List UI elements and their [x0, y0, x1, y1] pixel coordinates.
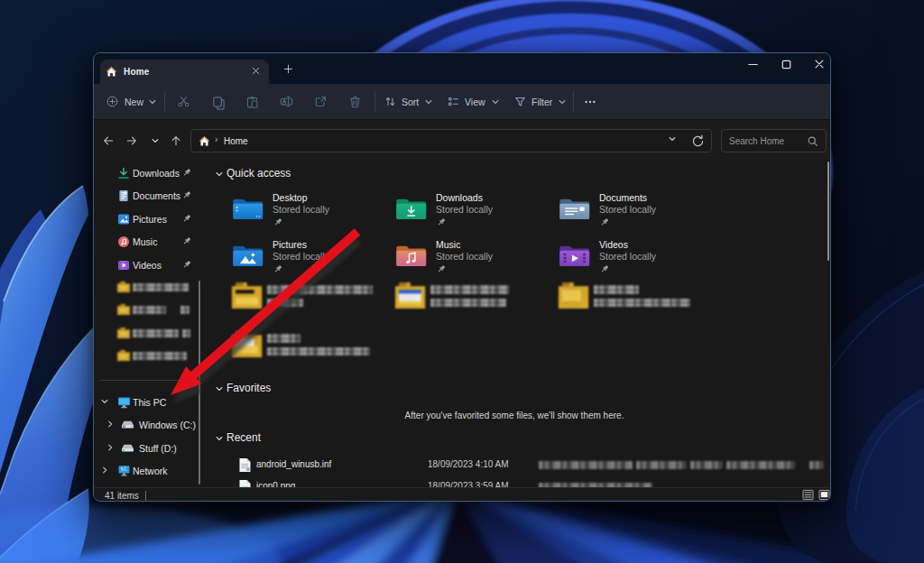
tab-close-icon[interactable]	[251, 66, 260, 75]
details-view-icon[interactable]	[802, 489, 814, 501]
sidebar-item-documents[interactable]: Documents	[94, 184, 207, 207]
chevron-right-icon[interactable]	[106, 443, 115, 452]
section-quick-access[interactable]: Quick access	[207, 166, 423, 182]
tab-home[interactable]: Home	[100, 60, 269, 84]
sort-label: Sort	[402, 97, 419, 107]
quick-access-tile-music[interactable]: MusicStored locally	[395, 242, 553, 278]
quick-access-tile-folder-9[interactable]	[232, 331, 390, 367]
quick-access-tile-downloads[interactable]: DownloadsStored locally	[395, 195, 553, 231]
paste-button[interactable]	[245, 84, 259, 119]
close-button[interactable]	[804, 53, 831, 75]
sidebar-item-label: Stuff (D:)	[139, 443, 177, 454]
cut-button[interactable]	[177, 84, 190, 119]
share-icon	[314, 95, 328, 108]
downloads-icon	[117, 167, 130, 180]
quick-access-tile-folder-8[interactable]	[559, 282, 716, 318]
quick-access-tile-pictures[interactable]: PicturesStored locally	[232, 242, 390, 278]
copy-button[interactable]	[211, 84, 225, 119]
thumbnails-view-icon[interactable]	[818, 489, 830, 501]
redacted-label	[133, 283, 189, 291]
this-pc-icon	[117, 396, 130, 409]
sidebar-item-pictures[interactable]: Pictures	[94, 208, 207, 230]
sidebar-item-label: Windows (C:)	[139, 420, 196, 430]
redacted-label	[180, 306, 189, 314]
view-button[interactable]: View	[448, 84, 500, 119]
content-scrollbar[interactable]	[827, 162, 829, 261]
up-button[interactable]	[167, 132, 185, 150]
redacted-name	[430, 285, 509, 294]
sidebar-item-label: Pictures	[133, 214, 167, 225]
section-favorites[interactable]: Favorites	[207, 381, 423, 397]
quick-access-tile-documents[interactable]: DocumentsStored locally	[559, 195, 716, 231]
sidebar-item-folder-7[interactable]	[94, 322, 207, 345]
music-icon	[117, 235, 130, 248]
chevron-right-icon[interactable]	[100, 466, 109, 475]
statusbar-separator	[145, 491, 146, 501]
redacted-path	[809, 461, 824, 469]
new-button[interactable]: New	[106, 84, 157, 119]
pin-icon	[600, 217, 610, 227]
tile-name: Pictures	[273, 239, 307, 250]
maximize-button[interactable]	[771, 53, 801, 75]
folder-blur-icon	[117, 304, 130, 317]
videos-icon	[117, 259, 130, 272]
refresh-icon[interactable]	[691, 134, 706, 149]
sidebar-item-label: Music	[133, 236, 157, 247]
quick-access-tile-desktop[interactable]: DesktopStored locally	[232, 195, 390, 231]
sidebar-item-stuff-d-[interactable]: Stuff (D:)	[94, 437, 207, 459]
redacted-subtitle	[430, 299, 506, 307]
quick-access-tile-folder-6[interactable]	[232, 282, 390, 318]
new-tab-button[interactable]	[283, 64, 293, 74]
filter-button[interactable]: Filter	[514, 84, 567, 119]
recent-locations-chevron[interactable]	[146, 132, 164, 150]
sidebar-item-folder-6[interactable]	[94, 299, 207, 321]
navigation-pane: DownloadsDocumentsPicturesMusicVideosThi…	[94, 161, 207, 487]
share-button[interactable]	[314, 84, 328, 119]
pin-icon	[437, 217, 447, 227]
sidebar-scrollbar[interactable]	[199, 281, 200, 485]
address-dropdown-icon[interactable]	[668, 134, 680, 147]
sidebar-item-windows-c-[interactable]: Windows (C:)	[94, 413, 207, 436]
section-recent[interactable]: Recent	[207, 430, 423, 447]
chevron-down-icon[interactable]	[100, 397, 109, 406]
folder-open-blue-icon	[395, 282, 429, 309]
chevron-right-icon[interactable]	[106, 420, 115, 429]
folder-desktop-icon	[232, 195, 265, 221]
pin-icon	[600, 264, 610, 274]
see-more-button[interactable]	[584, 84, 596, 119]
sidebar-item-folder-8[interactable]	[94, 345, 207, 367]
favorites-empty-message: After you've favorited some files, we'll…	[405, 411, 624, 420]
sidebar-item-folder-5[interactable]	[94, 276, 207, 299]
address-bar[interactable]: › Home	[190, 129, 712, 152]
forward-button[interactable]	[123, 132, 141, 150]
folder-videos-icon	[559, 242, 592, 268]
sidebar-item-music[interactable]: Music	[94, 230, 207, 253]
search-placeholder: Search Home	[729, 136, 784, 146]
back-button[interactable]	[99, 132, 117, 150]
see-more-icon	[584, 96, 596, 108]
breadcrumb-home[interactable]: Home	[224, 136, 248, 146]
tile-subtitle: Stored locally	[436, 204, 493, 215]
new-icon	[106, 96, 118, 107]
window-body: DownloadsDocumentsPicturesMusicVideosThi…	[94, 161, 830, 487]
quick-access-tile-videos[interactable]: VideosStored locally	[559, 242, 716, 278]
toolbar-separator	[573, 91, 574, 112]
tile-name: Documents	[599, 192, 647, 203]
minimize-button[interactable]	[737, 53, 768, 75]
folder-blur-icon	[117, 282, 130, 294]
filter-label: Filter	[531, 97, 552, 107]
sidebar-item-videos[interactable]: Videos	[94, 254, 207, 276]
quick-access-tile-folder-7[interactable]	[395, 282, 553, 318]
recent-file-android-winusb-inf[interactable]: android_winusb.inf18/09/2023 4:10 AM	[207, 456, 831, 475]
redacted-label	[133, 329, 179, 337]
rename-button[interactable]	[280, 84, 293, 119]
sidebar-item-downloads[interactable]: Downloads	[94, 162, 207, 184]
search-box[interactable]: Search Home	[721, 129, 827, 152]
sidebar-item-this-pc[interactable]: This PC	[94, 391, 207, 413]
section-label: Favorites	[226, 382, 271, 394]
redacted-label	[182, 329, 190, 337]
collapse-chevron-icon	[215, 434, 225, 444]
delete-button[interactable]	[348, 84, 362, 119]
sort-button[interactable]: Sort	[384, 84, 433, 119]
sidebar-item-network[interactable]: Network	[94, 459, 207, 482]
